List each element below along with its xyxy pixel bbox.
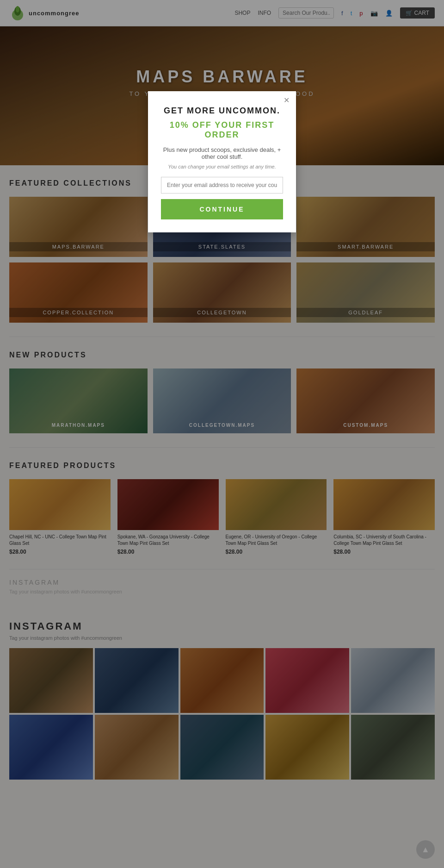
social-p[interactable]: p bbox=[359, 10, 363, 17]
instagram-photo-6[interactable] bbox=[9, 715, 93, 780]
hero-title: MAPS BARWARE bbox=[129, 67, 314, 87]
instagram-tag-1: Tag your instagram photos with #uncommon… bbox=[9, 589, 435, 594]
instagram-photo-1[interactable] bbox=[9, 648, 93, 713]
cart-icon: 🛒 bbox=[406, 10, 413, 16]
product-marathon-maps[interactable]: MARATHON.MAPS bbox=[9, 368, 148, 433]
instagram-photo-9[interactable] bbox=[265, 715, 349, 780]
logo[interactable]: uncommongree bbox=[9, 5, 80, 21]
instagram-photo-10[interactable] bbox=[351, 715, 435, 780]
collection-label-goldleaf: GOLDLEAF bbox=[296, 308, 435, 317]
instagram-photo-4[interactable] bbox=[265, 648, 349, 713]
featured-product-price-3: $28.00 bbox=[226, 549, 327, 555]
modal-discount: 10% OFF YOUR FIRST ORDER bbox=[161, 120, 283, 140]
featured-product-img-2 bbox=[117, 479, 219, 530]
logo-text: uncommongree bbox=[29, 10, 80, 17]
instagram-label-1: INSTAGRAM bbox=[9, 579, 435, 586]
new-products-grid: MARATHON.MAPS COLLEGETOWN.MAPS CUSTOM.MA… bbox=[9, 368, 435, 433]
svg-point-2 bbox=[16, 6, 19, 12]
featured-product-4[interactable]: Columbia, SC - University of South Carol… bbox=[333, 479, 435, 555]
modal-close-button[interactable]: ✕ bbox=[284, 96, 290, 105]
instagram-photo-2[interactable] bbox=[95, 648, 179, 713]
product-custom-maps[interactable]: CUSTOM.MAPS bbox=[296, 368, 435, 433]
social-u[interactable]: 👤 bbox=[385, 10, 393, 17]
social-t[interactable]: t bbox=[351, 10, 352, 17]
nav-shop[interactable]: SHOP bbox=[234, 10, 250, 16]
collection-label-collegetown: COLLEGETOWN bbox=[153, 308, 291, 317]
featured-product-img-1 bbox=[9, 479, 111, 530]
instagram-grid-top bbox=[9, 648, 435, 713]
collection-maps-barware[interactable]: MAPS.BARWARE bbox=[9, 197, 148, 257]
featured-product-price-1: $28.00 bbox=[9, 549, 111, 555]
modal-note: You can change your email settings at an… bbox=[161, 164, 283, 169]
featured-product-1[interactable]: Chapel Hill, NC - UNC - College Town Map… bbox=[9, 479, 111, 555]
email-modal: ✕ GET MORE UNCOMMON. 10% OFF YOUR FIRST … bbox=[148, 91, 296, 232]
featured-product-title-3: Eugene, OR - University of Oregon - Coll… bbox=[226, 534, 327, 547]
collection-smart-barware[interactable]: SMART.BARWARE bbox=[296, 197, 435, 257]
product-label-collegetown: COLLEGETOWN.MAPS bbox=[153, 423, 291, 428]
instagram-photo-5[interactable] bbox=[351, 648, 435, 713]
collection-goldleaf[interactable]: GOLDLEAF bbox=[296, 262, 435, 323]
featured-products-section: FEATURED PRODUCTS Chapel Hill, NC - UNC … bbox=[0, 448, 444, 569]
instagram-section-2: INSTAGRAM Tag your instagram photos with… bbox=[0, 611, 444, 789]
modal-description: Plus new product scoops, exclusive deals… bbox=[161, 146, 283, 160]
featured-product-3[interactable]: Eugene, OR - University of Oregon - Coll… bbox=[226, 479, 327, 555]
instagram-photo-7[interactable] bbox=[95, 715, 179, 780]
continue-button[interactable]: CONTINUE bbox=[161, 199, 283, 219]
search-input[interactable] bbox=[278, 7, 334, 19]
social-f[interactable]: f bbox=[341, 10, 343, 17]
featured-product-price-4: $28.00 bbox=[333, 549, 435, 555]
main-nav: SHOP INFO f t p 📷 👤 🛒 CART bbox=[234, 7, 435, 19]
featured-products-grid: Chapel Hill, NC - UNC - College Town Map… bbox=[9, 479, 435, 555]
featured-product-title-4: Columbia, SC - University of South Carol… bbox=[333, 534, 435, 547]
cart-button[interactable]: 🛒 CART bbox=[400, 7, 435, 19]
new-products-section: NEW PRODUCTS MARATHON.MAPS COLLEGETOWN.M… bbox=[0, 337, 444, 447]
product-label-custom: CUSTOM.MAPS bbox=[296, 423, 435, 428]
collection-copper[interactable]: COPPER.COLLECTION bbox=[9, 262, 148, 323]
new-products-title: NEW PRODUCTS bbox=[9, 351, 435, 359]
featured-product-title-2: Spokane, WA - Gonzaga University - Colle… bbox=[117, 534, 219, 547]
instagram-tag-2: Tag your instagram photos with #uncommon… bbox=[9, 635, 435, 641]
featured-product-2[interactable]: Spokane, WA - Gonzaga University - Colle… bbox=[117, 479, 219, 555]
social-i[interactable]: 📷 bbox=[370, 10, 378, 17]
instagram-grid-bottom bbox=[9, 715, 435, 780]
nav-info[interactable]: INFO bbox=[258, 10, 271, 16]
cart-label: CART bbox=[414, 10, 429, 16]
featured-product-price-2: $28.00 bbox=[117, 549, 219, 555]
featured-product-img-3 bbox=[226, 479, 327, 530]
product-collegetown-maps[interactable]: COLLEGETOWN.MAPS bbox=[153, 368, 291, 433]
collection-label-smart-barware: SMART.BARWARE bbox=[296, 242, 435, 251]
hero-section: MAPS BARWARE TO YOUR HEALTH, YOUR NEIGHB… bbox=[0, 26, 444, 165]
product-label-marathon: MARATHON.MAPS bbox=[9, 423, 148, 428]
featured-products-title: FEATURED PRODUCTS bbox=[9, 462, 435, 470]
featured-product-img-4 bbox=[333, 479, 435, 530]
instagram-photo-8[interactable] bbox=[180, 715, 264, 780]
email-input[interactable] bbox=[161, 177, 283, 194]
site-header: uncommongree SHOP INFO f t p 📷 👤 🛒 CART bbox=[0, 0, 444, 26]
instagram-label-2: INSTAGRAM bbox=[9, 620, 435, 632]
logo-icon bbox=[9, 5, 26, 21]
collection-collegetown[interactable]: COLLEGETOWN bbox=[153, 262, 291, 323]
featured-product-title-1: Chapel Hill, NC - UNC - College Town Map… bbox=[9, 534, 111, 547]
collection-label-copper: COPPER.COLLECTION bbox=[9, 308, 148, 317]
instagram-section-1: INSTAGRAM Tag your instagram photos with… bbox=[0, 569, 444, 611]
collection-label-maps-barware: MAPS.BARWARE bbox=[9, 242, 148, 251]
instagram-photo-3[interactable] bbox=[180, 648, 264, 713]
modal-title: GET MORE UNCOMMON. bbox=[161, 106, 283, 116]
collection-label-state-slates: STATE.SLATES bbox=[153, 242, 291, 251]
